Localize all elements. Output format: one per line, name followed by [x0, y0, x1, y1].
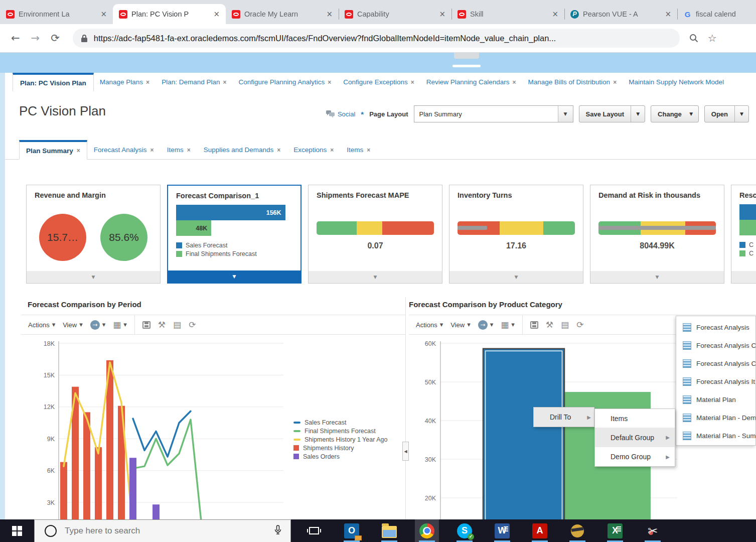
- close-icon[interactable]: ×: [328, 79, 331, 86]
- tile-expander[interactable]: ▼: [27, 271, 160, 283]
- save-button[interactable]: [530, 321, 538, 329]
- table-menu-item[interactable]: Material Plan - Sum: [676, 427, 755, 445]
- tile-expander[interactable]: ▼: [449, 271, 583, 283]
- close-icon[interactable]: ×: [411, 79, 414, 86]
- taskbar-search[interactable]: [34, 519, 291, 542]
- word-taskbar-button[interactable]: W: [490, 519, 514, 542]
- tile-expander[interactable]: ▼: [731, 271, 756, 283]
- table-menu-item[interactable]: Forecast Analysis: [676, 318, 755, 336]
- tab-close-icon[interactable]: ×: [438, 10, 446, 19]
- subtab-items[interactable]: Items×: [161, 141, 197, 159]
- kpi-tile[interactable]: Demand at Risk in thousands8044.99K▼: [590, 185, 724, 284]
- measures-menu[interactable]: ▦▼: [501, 320, 515, 330]
- save-button[interactable]: [142, 321, 150, 329]
- subtab-plan-summary[interactable]: Plan Summary×: [19, 140, 87, 160]
- kpi-tile[interactable]: Inventory Turns17.16▼: [449, 185, 583, 284]
- skype-taskbar-button[interactable]: S✓: [452, 519, 477, 542]
- chrome-taskbar-button[interactable]: [415, 519, 439, 542]
- table-menu-item[interactable]: Forecast Analysis C: [676, 336, 755, 354]
- save-layout-button[interactable]: Save Layout ▼: [579, 105, 646, 122]
- drill-menu[interactable]: →▼: [90, 320, 106, 330]
- splitter-collapse-button[interactable]: ◀: [402, 442, 409, 461]
- nav-tab-plan-pc-vision-plan[interactable]: Plan: PC Vision Plan: [13, 73, 94, 91]
- select-dropdown-icon[interactable]: ▼: [558, 106, 573, 122]
- close-icon[interactable]: ×: [146, 79, 149, 86]
- view-menu[interactable]: View▼: [450, 321, 471, 329]
- tab-close-icon[interactable]: ×: [551, 10, 559, 19]
- table-menu-item[interactable]: Forecast Analysis It: [676, 372, 755, 390]
- table-view-icon[interactable]: ▤: [561, 320, 569, 330]
- browser-tab[interactable]: PPearson VUE - A×: [564, 4, 677, 24]
- browser-tab[interactable]: Plan: PC Vision P×: [113, 4, 226, 24]
- tab-close-icon[interactable]: ×: [325, 10, 334, 19]
- save-layout-dropdown-icon[interactable]: ▼: [631, 106, 645, 122]
- nav-tab-configure-exceptions[interactable]: Configure Exceptions×: [337, 73, 420, 91]
- drill-to-menu-item[interactable]: Drill To ▶: [533, 407, 594, 427]
- close-icon[interactable]: ×: [330, 147, 334, 154]
- microphone-icon[interactable]: [274, 525, 281, 537]
- snip-taskbar-button[interactable]: ✂: [641, 519, 665, 542]
- open-dropdown-icon[interactable]: ▼: [734, 106, 748, 122]
- collapse-handle[interactable]: [454, 53, 479, 59]
- subtab-items[interactable]: Items×: [340, 141, 377, 159]
- table-menu-item[interactable]: Material Plan: [676, 390, 755, 409]
- close-icon[interactable]: ×: [513, 79, 516, 86]
- tile-expander[interactable]: ▼: [590, 271, 724, 283]
- actions-menu[interactable]: Actions▼: [28, 321, 55, 329]
- excel-taskbar-button[interactable]: X: [603, 519, 627, 542]
- close-icon[interactable]: ×: [77, 147, 80, 154]
- table-menu-item[interactable]: Forecast Analysis C: [676, 354, 755, 372]
- tab-close-icon[interactable]: ×: [212, 10, 221, 19]
- change-button[interactable]: Change ▼: [651, 105, 699, 122]
- acrobat-taskbar-button[interactable]: A: [528, 519, 552, 542]
- subtab-exceptions[interactable]: Exceptions×: [287, 141, 340, 159]
- tile-expander[interactable]: ▼: [168, 270, 300, 283]
- task-view-button[interactable]: [302, 519, 326, 542]
- subtab-supplies-and-demands[interactable]: Supplies and Demands×: [197, 141, 287, 159]
- browser-tab[interactable]: Capability×: [339, 4, 451, 24]
- nav-tab-manage-plans[interactable]: Manage Plans×: [94, 73, 156, 91]
- tools-icon[interactable]: ⚒: [158, 320, 166, 330]
- refresh-icon[interactable]: ⟳: [189, 320, 196, 330]
- close-icon[interactable]: ×: [367, 147, 370, 154]
- menu-item-items[interactable]: Items: [595, 409, 675, 428]
- nav-tab-maintain-supply-network-model[interactable]: Maintain Supply Network Model: [623, 73, 730, 91]
- tile-expander[interactable]: ▼: [309, 271, 442, 283]
- kpi-tile[interactable]: Shipments Forecast MAPE0.07▼: [308, 185, 442, 284]
- open-button[interactable]: Open ▼: [704, 105, 749, 122]
- back-icon[interactable]: ←: [11, 32, 20, 44]
- zoom-icon[interactable]: [689, 33, 699, 43]
- nav-tab-plan-demand-plan[interactable]: Plan: Demand Plan×: [156, 73, 232, 91]
- browser-tab[interactable]: Gfiscal calend: [677, 4, 756, 24]
- browser-tab[interactable]: Environment La×: [0, 4, 113, 24]
- tab-close-icon[interactable]: ×: [664, 10, 672, 19]
- drill-menu[interactable]: →▼: [478, 320, 494, 330]
- subtab-forecast-analysis[interactable]: Forecast Analysis×: [87, 141, 161, 159]
- close-icon[interactable]: ×: [613, 79, 617, 86]
- close-icon[interactable]: ×: [277, 147, 280, 154]
- browser-tab[interactable]: Oracle My Learn×: [226, 4, 339, 24]
- address-bar[interactable]: https://adc-fap5481-fa-ext.oracledemos.c…: [73, 29, 680, 48]
- nav-tab-manage-bills-of-distribution[interactable]: Manage Bills of Distribution×: [522, 73, 623, 91]
- start-button[interactable]: [0, 519, 34, 542]
- browser-tab[interactable]: Skill×: [451, 4, 564, 24]
- tab-close-icon[interactable]: ×: [99, 10, 108, 19]
- forward-icon[interactable]: →: [31, 32, 40, 44]
- outlook-taskbar-button[interactable]: O: [340, 519, 364, 542]
- explorer-taskbar-button[interactable]: [377, 519, 401, 542]
- nav-tab-configure-planning-analytics[interactable]: Configure Planning Analytics×: [232, 73, 337, 91]
- tools-icon[interactable]: ⚒: [546, 320, 553, 330]
- measures-menu[interactable]: ▦▼: [113, 320, 127, 330]
- table-view-icon[interactable]: ▤: [173, 320, 181, 330]
- learn-taskbar-button[interactable]: [565, 519, 589, 542]
- menu-item-demo-group[interactable]: Demo Group▶: [595, 447, 675, 466]
- nav-tab-review-planning-calendars[interactable]: Review Planning Calendars×: [420, 73, 522, 91]
- menu-item-default-group[interactable]: Default Group▶: [595, 428, 675, 447]
- kpi-tile[interactable]: Forecast Comparison_1156K48KSales Foreca…: [167, 185, 301, 284]
- change-dropdown-icon[interactable]: ▼: [688, 106, 698, 122]
- search-input[interactable]: [65, 526, 274, 536]
- refresh-icon[interactable]: ⟳: [576, 320, 583, 330]
- social-link[interactable]: Social: [326, 110, 355, 118]
- bookmark-star-icon[interactable]: ☆: [708, 32, 717, 44]
- kpi-tile[interactable]: Revenue and Margin15.7…85.6%▼: [26, 185, 161, 284]
